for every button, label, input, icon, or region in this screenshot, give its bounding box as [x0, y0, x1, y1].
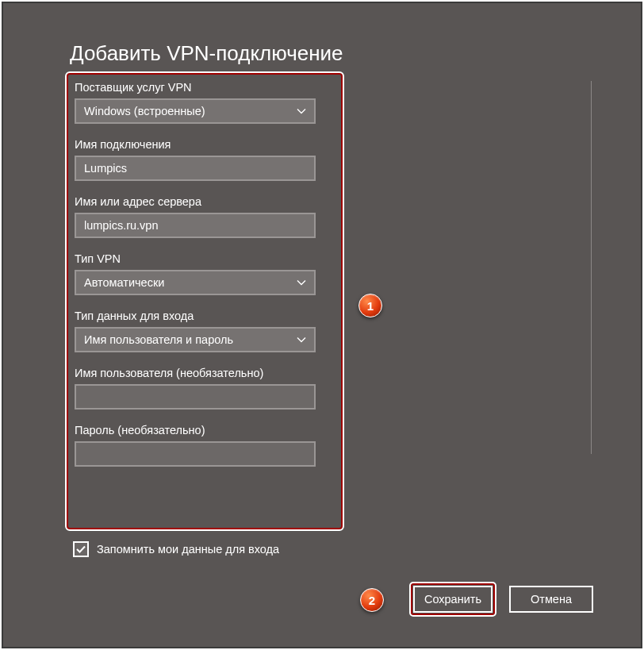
remember-label: Запомнить мои данные для входа — [97, 543, 279, 556]
vpn-type-select[interactable]: Автоматически — [75, 270, 316, 295]
form-highlight-box: Поставщик услуг VPN Windows (встроенные)… — [67, 73, 343, 529]
signin-type-label: Тип данных для входа — [75, 310, 335, 322]
field-password: Пароль (необязательно) — [75, 424, 335, 467]
field-username: Имя пользователя (необязательно) — [75, 367, 335, 410]
separator-line — [591, 81, 592, 454]
field-signin-type: Тип данных для входа Имя пользователя и … — [75, 310, 335, 352]
save-button[interactable]: Сохранить — [413, 586, 493, 613]
provider-value: Windows (встроенные) — [84, 105, 205, 117]
remember-row: Запомнить мои данные для входа — [73, 541, 279, 557]
vpn-add-dialog: Добавить VPN-подключение Поставщик услуг… — [2, 2, 642, 648]
password-label: Пароль (необязательно) — [75, 424, 335, 437]
conn-name-input[interactable] — [75, 156, 316, 181]
signin-type-value: Имя пользователя и пароль — [84, 333, 233, 346]
username-input[interactable] — [75, 384, 316, 410]
field-server: Имя или адрес сервера — [75, 195, 335, 238]
field-provider: Поставщик услуг VPN Windows (встроенные) — [75, 81, 335, 124]
check-icon — [75, 544, 86, 555]
provider-label: Поставщик услуг VPN — [75, 81, 335, 94]
page-title: Добавить VPN-подключение — [70, 41, 343, 66]
button-row: Сохранить Отмена — [411, 583, 593, 615]
server-input[interactable] — [75, 213, 316, 238]
chevron-down-icon — [297, 335, 306, 344]
server-label: Имя или адрес сервера — [75, 195, 335, 208]
annotation-marker-1: 1 — [358, 294, 382, 317]
chevron-down-icon — [297, 278, 306, 287]
vpn-type-value: Автоматически — [84, 276, 164, 289]
field-conn-name: Имя подключения — [75, 138, 335, 181]
remember-checkbox[interactable] — [73, 541, 89, 557]
cancel-button[interactable]: Отмена — [509, 586, 593, 613]
provider-select[interactable]: Windows (встроенные) — [75, 98, 316, 124]
annotation-marker-2: 2 — [360, 588, 384, 612]
signin-type-select[interactable]: Имя пользователя и пароль — [75, 327, 316, 352]
vpn-type-label: Тип VPN — [75, 252, 335, 265]
username-label: Имя пользователя (необязательно) — [75, 367, 335, 379]
conn-name-label: Имя подключения — [75, 138, 335, 151]
chevron-down-icon — [297, 106, 306, 116]
field-vpn-type: Тип VPN Автоматически — [75, 252, 335, 295]
password-input[interactable] — [75, 441, 316, 467]
save-highlight: Сохранить — [411, 583, 495, 615]
